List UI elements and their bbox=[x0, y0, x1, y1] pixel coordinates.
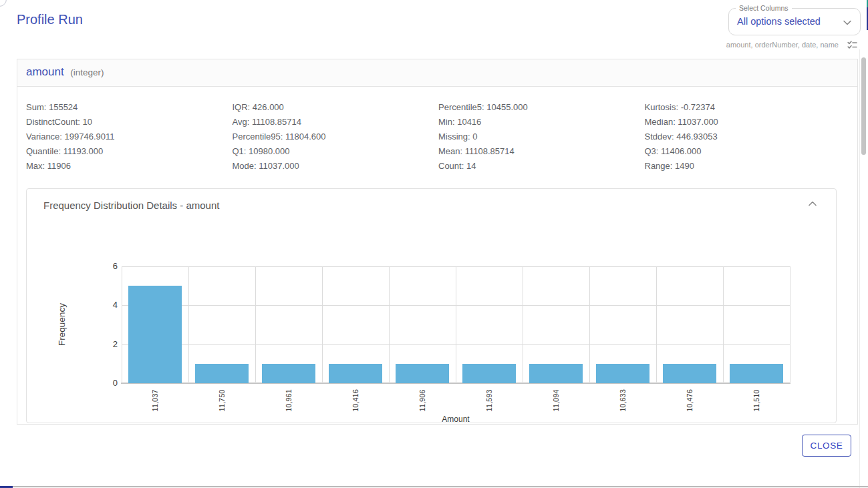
bar-11,750 bbox=[195, 364, 249, 383]
chart-card-title: Frequency Distribution Details - amount bbox=[43, 200, 219, 211]
close-button[interactable]: CLOSE bbox=[802, 435, 851, 457]
bar-11,037 bbox=[128, 286, 182, 383]
x-tick-10,476: 10,476 bbox=[656, 387, 723, 418]
x-tick-11,750: 11,750 bbox=[188, 387, 255, 418]
v-gridline bbox=[523, 266, 523, 383]
y-tick-2: 2 bbox=[94, 339, 118, 349]
v-gridline bbox=[723, 266, 724, 383]
stat-range: Range: 1490 bbox=[645, 159, 851, 174]
v-gridline bbox=[322, 266, 323, 383]
bar-11,906 bbox=[396, 364, 449, 383]
bar-11,593 bbox=[462, 364, 516, 383]
stat-median: Median: 11037.000 bbox=[645, 115, 851, 130]
v-gridline bbox=[122, 266, 122, 383]
stat-quantile: Quantile: 11193.000 bbox=[26, 144, 233, 159]
chevron-down-icon bbox=[841, 17, 853, 29]
select-columns-dropdown[interactable]: Select Columns All options selected bbox=[728, 8, 861, 35]
selected-columns-row: amount, orderNumber, date, name bbox=[601, 39, 858, 51]
v-gridline bbox=[790, 266, 790, 383]
bar-11,094 bbox=[529, 364, 583, 383]
x-axis-ticks: 11,03711,75010,96110,41611,90611,59311,0… bbox=[122, 387, 790, 418]
stat-percentile5: Percentile5: 10455.000 bbox=[438, 100, 645, 115]
scrollbar-thumb[interactable] bbox=[861, 57, 866, 155]
stat-avg: Avg: 11108.85714 bbox=[233, 115, 439, 130]
dialog-bottom-border bbox=[0, 486, 868, 487]
bar-10,633 bbox=[596, 364, 649, 383]
column-type: (integer) bbox=[70, 67, 104, 77]
selected-columns-summary: amount, orderNumber, date, name bbox=[726, 41, 839, 49]
select-columns-value: All options selected bbox=[737, 9, 821, 35]
x-tick-11,593: 11,593 bbox=[456, 387, 523, 418]
x-tick-11,510: 11,510 bbox=[723, 387, 790, 418]
x-tick-10,633: 10,633 bbox=[589, 387, 656, 418]
stat-max: Max: 11906 bbox=[26, 159, 233, 174]
y-tick-0: 0 bbox=[94, 378, 118, 388]
y-axis-label: Frequency bbox=[57, 303, 67, 346]
stat-mode: Mode: 11037.000 bbox=[233, 159, 439, 174]
stat-sum: Sum: 155524 bbox=[26, 100, 233, 115]
page-title: Profile Run bbox=[17, 12, 83, 27]
stats-grid: Sum: 155524DistinctCount: 10Variance: 19… bbox=[17, 87, 857, 182]
y-tick-4: 4 bbox=[94, 300, 118, 310]
x-tick-11,094: 11,094 bbox=[523, 387, 589, 418]
stats-column-3: Percentile5: 10455.000Min: 10416Missing:… bbox=[438, 100, 645, 174]
bar-10,416 bbox=[329, 364, 382, 383]
stat-kurtosis: Kurtosis: -0.72374 bbox=[645, 100, 851, 115]
background-corner-arc bbox=[0, 0, 7, 7]
x-tick-10,961: 10,961 bbox=[255, 387, 322, 418]
stats-column-1: Sum: 155524DistinctCount: 10Variance: 19… bbox=[26, 100, 233, 174]
bar-10,476 bbox=[663, 364, 716, 383]
stats-column-4: Kurtosis: -0.72374Median: 11037.000Stdde… bbox=[645, 100, 851, 174]
frequency-distribution-card: Frequency Distribution Details - amount … bbox=[26, 188, 837, 423]
profile-run-dialog: Profile Run Select Columns All options s… bbox=[0, 0, 868, 488]
column-panel-header: amount (integer) bbox=[17, 59, 857, 87]
stat-stddev: Stddev: 446.93053 bbox=[645, 130, 851, 144]
stat-q3: Q3: 11406.000 bbox=[645, 144, 851, 159]
v-gridline bbox=[188, 266, 189, 383]
stat-count: Count: 14 bbox=[438, 159, 645, 174]
stat-distinctcount: DistinctCount: 10 bbox=[26, 115, 233, 130]
x-axis-label: Amount bbox=[122, 415, 790, 424]
x-tick-11,037: 11,037 bbox=[122, 387, 188, 418]
collapse-chevron-up-icon[interactable] bbox=[807, 198, 819, 210]
h-gridline bbox=[122, 266, 790, 267]
bar-10,961 bbox=[262, 364, 315, 383]
stats-column-2: IQR: 426.000Avg: 11108.85714Percentile95… bbox=[233, 100, 439, 174]
bar-11,510 bbox=[730, 364, 783, 383]
v-gridline bbox=[589, 266, 590, 383]
column-name: amount bbox=[26, 65, 64, 78]
x-tick-11,906: 11,906 bbox=[389, 387, 456, 418]
column-profile-panel: amount (integer) Sum: 155524DistinctCoun… bbox=[17, 59, 858, 425]
stat-mean: Mean: 11108.85714 bbox=[438, 144, 645, 159]
plot-area bbox=[122, 266, 790, 383]
scrollbar-track[interactable] bbox=[859, 49, 868, 488]
y-tick-6: 6 bbox=[94, 261, 118, 271]
stat-min: Min: 10416 bbox=[438, 115, 645, 130]
column-checklist-icon[interactable] bbox=[847, 39, 858, 51]
stat-iqr: IQR: 426.000 bbox=[233, 100, 439, 115]
stat-q1: Q1: 10980.000 bbox=[233, 144, 439, 159]
h-gridline bbox=[122, 305, 790, 306]
stat-missing: Missing: 0 bbox=[438, 130, 645, 144]
v-gridline bbox=[255, 266, 256, 383]
stat-variance: Variance: 199746.9011 bbox=[26, 130, 233, 144]
v-gridline bbox=[456, 266, 456, 383]
h-gridline bbox=[122, 344, 790, 345]
x-tick-10,416: 10,416 bbox=[322, 387, 389, 418]
v-gridline bbox=[656, 266, 657, 383]
v-gridline bbox=[389, 266, 390, 383]
stat-percentile95: Percentile95: 11804.600 bbox=[233, 130, 439, 144]
